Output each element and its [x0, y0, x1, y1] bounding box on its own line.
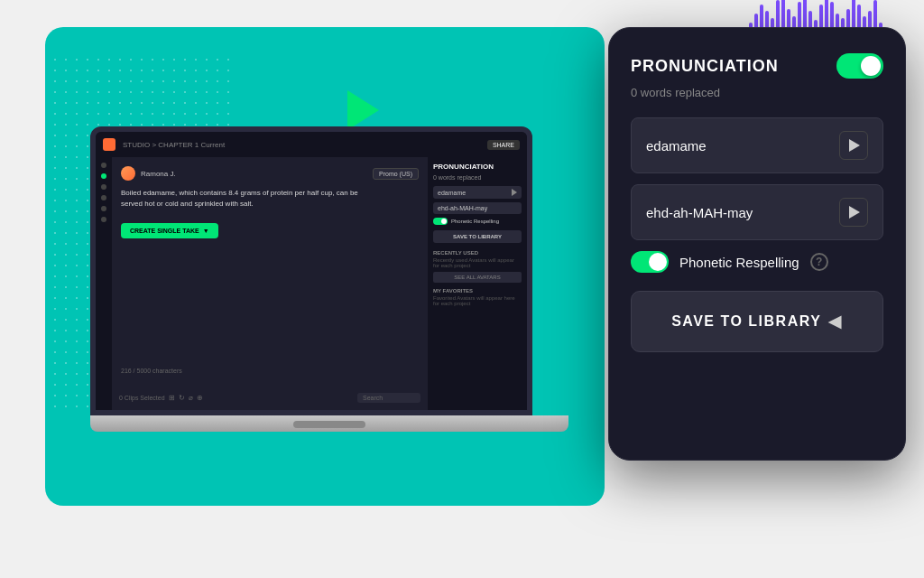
search-input[interactable]: Search	[357, 393, 420, 403]
user-bar: Ramona J. Promo (US)	[121, 166, 419, 181]
sidebar-icon-3[interactable]	[101, 184, 106, 190]
save-to-library-button-small[interactable]: SAVE TO LIBRARY	[433, 230, 522, 243]
sidebar-icon-6[interactable]	[101, 217, 106, 222]
sidebar-icon-1[interactable]	[101, 163, 106, 168]
play-word-icon[interactable]	[512, 189, 517, 196]
play-phonetic-icon	[849, 206, 860, 219]
pronunciation-toggle[interactable]	[836, 53, 883, 79]
play-icon[interactable]	[347, 90, 379, 130]
phonetic-toggle-small[interactable]	[433, 218, 448, 225]
dropdown-arrow-icon[interactable]: ▼	[203, 228, 209, 234]
phonetic-input-small[interactable]: ehd-ah-MAH-may	[433, 202, 522, 214]
word-input-value: edamame	[646, 138, 707, 154]
phonetic-input-main[interactable]: ehd-ah-MAH-may	[631, 184, 883, 240]
mobile-card: PRONUNCIATION 0 words replaced edamame e…	[608, 27, 906, 461]
toolbar-icon-1[interactable]: ⊞	[169, 394, 175, 402]
toolbar-icon-2[interactable]: ↻	[179, 394, 185, 402]
laptop-mockup: STUDIO > CHAPTER 1 Current SHARE Ramona …	[90, 126, 568, 452]
app-body: Ramona J. Promo (US) Boiled edamame, whi…	[96, 157, 527, 410]
save-to-library-label: SAVE TO LIBRARY	[671, 313, 821, 330]
app-logo	[103, 138, 116, 151]
sidebar-icon-2[interactable]	[101, 173, 106, 179]
pronunciation-header: PRONUNCIATION	[631, 53, 883, 79]
phonetic-label-main: Phonetic Respelling	[679, 255, 799, 270]
breadcrumb: STUDIO > CHAPTER 1 Current	[123, 141, 480, 149]
sidebar-icon-5[interactable]	[101, 206, 106, 211]
sidebar-icon-4[interactable]	[101, 195, 106, 200]
play-triangle-icon	[849, 139, 860, 152]
right-panel-title: PRONUNCIATION	[433, 163, 522, 171]
app-header: STUDIO > CHAPTER 1 Current SHARE	[96, 132, 527, 157]
word-input-main[interactable]: edamame	[631, 117, 883, 173]
right-panel: PRONUNCIATION 0 words replaced edamame e…	[428, 157, 527, 410]
phonetic-toggle-main[interactable]	[631, 251, 669, 273]
phonetic-input-value: ehd-ah-MAH-may	[646, 205, 753, 220]
words-replaced-main: 0 words replaced	[631, 86, 883, 99]
char-count: 216 / 5000 characters	[121, 368, 182, 374]
see-all-avatars-button[interactable]: SEE ALL AVATARS	[433, 272, 522, 283]
save-to-library-button[interactable]: SAVE TO LIBRARY ◀	[631, 291, 883, 352]
selections-count: 0 Clips Selected	[119, 395, 165, 401]
pronunciation-title: PRONUNCIATION	[631, 57, 779, 76]
voice-select[interactable]: Promo (US)	[373, 168, 419, 180]
laptop-base	[90, 415, 568, 432]
phonetic-label-small: Phonetic Respelling	[451, 219, 499, 224]
toolbar-icon-3[interactable]: ⌀	[189, 394, 193, 402]
app-main-content: Ramona J. Promo (US) Boiled edamame, whi…	[112, 157, 428, 410]
main-text: Boiled edamame, which contains 8.4 grams…	[121, 188, 374, 210]
cursor-icon: ◀	[828, 312, 843, 331]
play-phonetic-button[interactable]	[839, 198, 868, 227]
toolbar-icon-4[interactable]: ⊕	[197, 394, 203, 402]
favorites-text: Favorited Avatars will appear here for e…	[433, 295, 522, 306]
laptop-screen: STUDIO > CHAPTER 1 Current SHARE Ramona …	[90, 126, 532, 415]
create-single-take-button[interactable]: CREATE SINGLE TAKE ▼	[121, 223, 218, 238]
avatar	[121, 166, 135, 181]
word-input-small[interactable]: edamame	[433, 186, 522, 199]
app-sidebar	[96, 157, 112, 410]
words-replaced-small: 0 words replaced	[433, 174, 522, 181]
phonetic-toggle-row-small: Phonetic Respelling	[433, 218, 522, 225]
recently-used-title: RECENTLY USED	[433, 250, 522, 256]
user-name: Ramona J.	[141, 170, 367, 178]
phonetic-toggle-row-main: Phonetic Respelling ?	[631, 251, 883, 273]
recently-used-text: Recently used Avatars will appear for ea…	[433, 257, 522, 268]
bottom-toolbar: 0 Clips Selected ⊞ ↻ ⌀ ⊕ Search	[119, 393, 420, 403]
share-button[interactable]: SHARE	[487, 140, 520, 150]
mobile-card-content: PRONUNCIATION 0 words replaced edamame e…	[609, 28, 905, 374]
favorites-title: MY FAVORITES	[433, 288, 522, 294]
help-icon[interactable]: ?	[810, 253, 828, 271]
play-word-button[interactable]	[839, 131, 868, 160]
